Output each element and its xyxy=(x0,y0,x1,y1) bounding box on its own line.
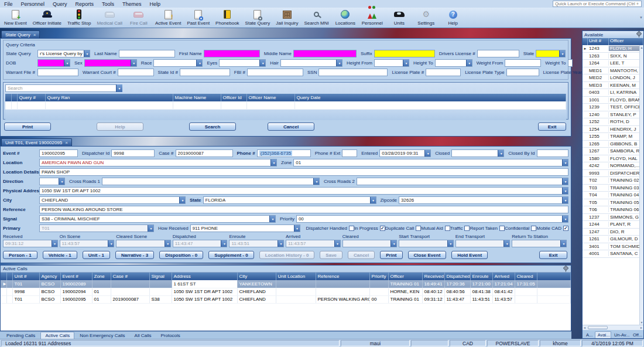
scroll-down-icon[interactable]: ▼ xyxy=(640,321,643,324)
checkbox[interactable]: ✓ xyxy=(563,226,568,231)
toolbar-units[interactable]: Units xyxy=(386,8,413,26)
calls-column-header[interactable]: City xyxy=(237,273,276,280)
dropdown-button[interactable]: ▼ xyxy=(403,59,409,67)
event-button[interactable]: Person - 1 xyxy=(3,251,37,259)
middle-name-input[interactable] xyxy=(293,50,357,57)
calls-column-header[interactable]: Address xyxy=(172,273,237,280)
how-received-select[interactable]: 911 PHONE▼ xyxy=(190,224,300,232)
toolbar-phonebook[interactable]: Phonebook xyxy=(213,8,242,26)
calls-column-header[interactable]: Unit # xyxy=(12,273,39,280)
checkbox[interactable] xyxy=(464,226,470,231)
unit-row[interactable]: 1237SIMMONS, G xyxy=(583,214,643,222)
menu-themes[interactable]: Themes xyxy=(118,1,146,7)
state-select[interactable]: ▼ xyxy=(536,50,566,57)
dropdown-button[interactable]: ▼ xyxy=(562,187,568,195)
time-input[interactable]: 11:43:47▼ xyxy=(173,240,228,247)
state-id-input[interactable] xyxy=(180,69,230,76)
tab-all-calls[interactable]: All Calls xyxy=(131,332,156,339)
results-column-header[interactable]: Officer Id xyxy=(221,94,246,101)
scroll-up-icon[interactable]: ▲ xyxy=(640,46,643,49)
drivers-license-input[interactable] xyxy=(477,50,519,57)
checkbox-item[interactable]: Report Taken xyxy=(470,226,504,231)
tab-pending-calls[interactable]: Pending Calls xyxy=(2,332,39,339)
tab-non-emergency-calls[interactable]: Non Emergency Calls xyxy=(76,332,129,339)
calls-column-header[interactable]: Signal xyxy=(149,273,172,280)
license-plate-input[interactable] xyxy=(426,69,461,76)
sidebar-tab-assigned[interactable]: A... xyxy=(584,332,594,338)
toolbar-traffic-stop[interactable]: Traffic Stop xyxy=(64,8,94,26)
toolbar-overflow-chevron[interactable]: ▼ xyxy=(639,16,643,19)
dropdown-button[interactable]: ▼ xyxy=(165,240,171,247)
dropdown-button[interactable]: ▼ xyxy=(131,59,137,67)
results-column-header[interactable]: Query Ran xyxy=(45,94,173,101)
zipcode-select[interactable]: 32626▼ xyxy=(399,196,568,204)
dropdown-button[interactable]: ▼ xyxy=(269,215,276,223)
call-row[interactable]: ►T01BCSO1900020891 61ST STYANKEETOWNTRAI… xyxy=(1,280,571,288)
signal-select[interactable]: S38 - CRIMINAL MISCHIEF▼ xyxy=(39,215,276,223)
license-plate-type-input[interactable] xyxy=(506,69,539,76)
dropdown-button[interactable]: ▼ xyxy=(294,224,300,232)
dropdown-button[interactable]: ▼ xyxy=(424,149,431,157)
unit-row[interactable]: 1263SIXX, N xyxy=(583,53,643,60)
pin-icon[interactable] xyxy=(636,32,642,38)
checkbox-item[interactable]: In Progress✓ xyxy=(354,226,385,231)
weight-to-input[interactable] xyxy=(568,59,573,67)
unit-row[interactable]: T04TRAINING 04 xyxy=(583,192,643,199)
calls-column-header[interactable]: Cleared xyxy=(515,273,537,280)
unit-row[interactable]: 1001FLOYD, BRAN... xyxy=(583,97,643,104)
menu-reports[interactable]: Reports xyxy=(71,1,98,7)
time-input[interactable]: 11:43:57▼ xyxy=(60,240,115,247)
horizontal-scrollbar[interactable]: ◄ ► xyxy=(583,325,643,330)
dropdown-button[interactable]: ▼ xyxy=(447,240,454,247)
dropdown-button[interactable]: ▼ xyxy=(179,196,186,204)
tab-protocols[interactable]: Protocols xyxy=(156,332,184,339)
dropdown-button[interactable]: ▼ xyxy=(562,159,568,166)
time-input[interactable]: ▼ xyxy=(399,240,454,247)
unit-row[interactable]: 1265GIBBONS, B xyxy=(583,141,643,148)
unit-row[interactable]: 1255TRAMP, M xyxy=(583,133,643,141)
event-button[interactable]: Print xyxy=(380,251,402,259)
pin-icon[interactable] xyxy=(563,266,568,272)
unit-row[interactable]: 1252ROTH, D xyxy=(583,118,643,126)
warrant-file-input[interactable] xyxy=(37,69,78,76)
toolbar-search-mni[interactable]: Search MNI xyxy=(302,8,332,26)
calls-column-header[interactable]: Zone xyxy=(92,273,111,280)
checkbox-item[interactable]: Duplicate Call xyxy=(385,226,421,231)
ssn-input[interactable] xyxy=(318,69,388,76)
scroll-right-icon[interactable]: ► xyxy=(640,326,643,329)
dispatcher-id-input[interactable]: 9998 xyxy=(111,149,155,157)
unit-row[interactable]: ►1243FLOYD, H xyxy=(583,45,643,53)
dropdown-button[interactable]: ▼ xyxy=(336,59,342,67)
unit-row[interactable]: MED1MANTOOTH, R xyxy=(583,67,643,75)
dropdown-button[interactable]: ▼ xyxy=(370,196,376,204)
fbi-input[interactable] xyxy=(247,69,303,76)
search-button[interactable]: Search xyxy=(189,123,236,131)
dropdown-button[interactable]: ▼ xyxy=(562,215,568,223)
dropdown-button[interactable]: ▼ xyxy=(560,240,567,247)
cross-roads-2-select[interactable]: ▼ xyxy=(357,178,568,185)
unit-row[interactable]: T02TRAINING 02 xyxy=(583,177,643,185)
location-details-input[interactable]: PAWN SHOP xyxy=(39,168,568,176)
state-query-select[interactable]: r's License Query by SSN▼ xyxy=(37,50,90,57)
dropdown-button[interactable]: ▼ xyxy=(390,240,397,247)
calls-column-header[interactable]: Unit Location xyxy=(276,273,316,280)
unit-row[interactable]: 1267SAMBORA, R xyxy=(583,148,643,155)
checkbox[interactable] xyxy=(349,226,354,231)
checkbox[interactable] xyxy=(416,226,421,231)
call-row[interactable]: T01BCSO190002095012019000087S381050 SW 1… xyxy=(1,295,571,303)
toolbar-officer-initiate[interactable]: Officer Initiate xyxy=(30,8,64,26)
zone-select[interactable]: 01▼ xyxy=(293,159,568,166)
race-select[interactable]: ▼ xyxy=(153,59,203,67)
calls-column-header[interactable]: Agency xyxy=(39,273,60,280)
unit-row[interactable]: 9993DISPATCHER3 xyxy=(583,170,643,178)
call-row[interactable]: 9998BCSO190002094011050 SW 1ST DR APT 10… xyxy=(1,288,571,295)
dropdown-button[interactable]: ▼ xyxy=(278,240,284,247)
dropdown-button[interactable]: ▼ xyxy=(59,178,65,185)
dropdown-button[interactable]: ▼ xyxy=(52,240,58,247)
calls-column-header[interactable]: Officer xyxy=(388,273,422,280)
event-button[interactable]: Vehicle - 1 xyxy=(43,251,77,259)
quick-launch-input[interactable] xyxy=(553,1,642,7)
menu-query[interactable]: Query xyxy=(49,1,71,7)
weight-from-input[interactable] xyxy=(505,59,541,67)
dropdown-button[interactable]: ▼ xyxy=(334,240,341,247)
